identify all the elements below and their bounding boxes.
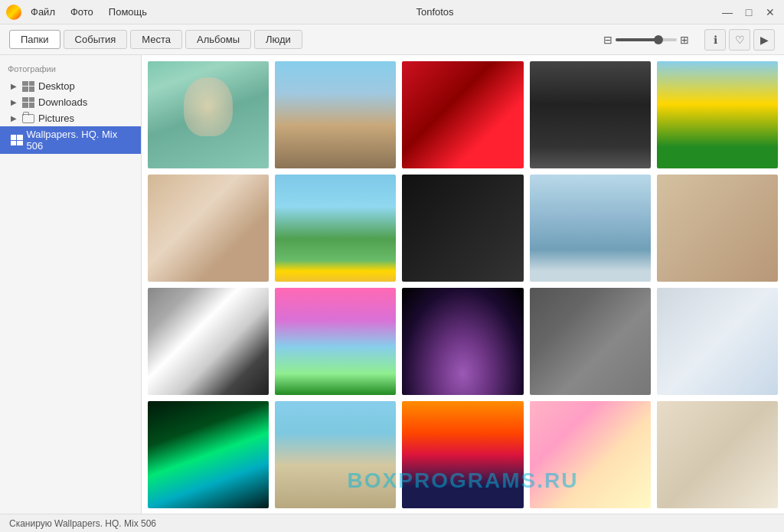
tab-events[interactable]: События: [64, 30, 128, 49]
photo-4[interactable]: [530, 61, 651, 168]
minimize-button[interactable]: —: [720, 5, 735, 20]
plain-folder-icon-pictures: [22, 114, 34, 123]
photo-row-4: BOXPROGRAMS.RU: [148, 401, 778, 508]
photo-1[interactable]: [148, 61, 269, 168]
expand-arrow-pictures: ▶: [11, 114, 17, 122]
photo-row-2: [148, 175, 778, 282]
photo-11[interactable]: [148, 288, 269, 395]
statusbar: Сканирую Wallpapers. HQ. Mix 506: [0, 514, 784, 532]
app-icon: [6, 5, 21, 20]
photo-14[interactable]: [530, 288, 651, 395]
photo-15[interactable]: [657, 288, 778, 395]
sidebar-item-desktop[interactable]: ▶ Desktop: [0, 78, 141, 94]
favorite-button[interactable]: ♡: [729, 29, 750, 51]
info-button[interactable]: ℹ: [704, 29, 726, 51]
photo-19[interactable]: [530, 401, 651, 508]
tab-albums[interactable]: Альбомы: [185, 30, 251, 49]
menu-help[interactable]: Помощь: [106, 5, 150, 19]
zoom-controls: ⊟ ⊞: [603, 34, 689, 46]
sidebar-label-downloads: Downloads: [38, 96, 87, 108]
photo-2[interactable]: [275, 61, 396, 168]
sidebar-label-wallpapers: Wallpapers. HQ. Mix 506: [27, 129, 134, 152]
photo-8[interactable]: [402, 175, 523, 282]
sidebar-label-desktop: Desktop: [38, 80, 75, 92]
photo-5[interactable]: [657, 61, 778, 168]
tab-people[interactable]: Люди: [254, 30, 302, 49]
photo-12[interactable]: [275, 288, 396, 395]
photo-20[interactable]: [657, 401, 778, 508]
app-title: Tonfotos: [150, 6, 720, 18]
window-controls: — □ ✕: [720, 5, 778, 20]
photo-9[interactable]: [530, 175, 651, 282]
expand-arrow-desktop: ▶: [11, 82, 17, 90]
main-layout: Фотографии ▶ Desktop ▶ Downloads ▶ Pictu…: [0, 55, 784, 514]
photo-10[interactable]: [657, 175, 778, 282]
photo-3[interactable]: [402, 61, 523, 168]
sidebar-label-pictures: Pictures: [38, 113, 74, 124]
sidebar: Фотографии ▶ Desktop ▶ Downloads ▶ Pictu…: [0, 55, 142, 514]
sidebar-item-downloads[interactable]: ▶ Downloads: [0, 94, 141, 110]
maximize-button[interactable]: □: [741, 5, 756, 20]
toolbar: Папки События Места Альбомы Люди ⊟ ⊞ ℹ ♡…: [0, 24, 784, 55]
photo-row-3: [148, 288, 778, 395]
photo-13[interactable]: [402, 288, 523, 395]
photo-grid: BOXPROGRAMS.RU: [142, 55, 784, 514]
photo-6[interactable]: [148, 175, 269, 282]
grid-folder-icon-downloads: [22, 97, 34, 108]
expand-arrow-downloads: ▶: [11, 98, 17, 106]
sidebar-section-label: Фотографии: [0, 61, 141, 78]
grid-folder-icon-wallpapers: [11, 135, 23, 145]
photo-17[interactable]: [275, 401, 396, 508]
zoom-in-icon: ⊞: [680, 34, 689, 46]
photo-7[interactable]: [275, 175, 396, 282]
close-button[interactable]: ✕: [763, 5, 778, 20]
status-text: Сканирую Wallpapers. HQ. Mix 506: [9, 518, 156, 529]
zoom-slider[interactable]: [616, 38, 677, 41]
tab-folders[interactable]: Папки: [9, 30, 60, 49]
photo-18[interactable]: [402, 401, 523, 508]
sidebar-item-pictures[interactable]: ▶ Pictures: [0, 110, 141, 126]
photo-16[interactable]: [148, 401, 269, 508]
grid-folder-icon-desktop: [22, 81, 34, 92]
sidebar-item-wallpapers[interactable]: Wallpapers. HQ. Mix 506: [0, 126, 141, 154]
slideshow-button[interactable]: ▶: [753, 29, 775, 51]
zoom-out-icon: ⊟: [603, 34, 612, 46]
toolbar-right-buttons: ℹ ♡ ▶: [704, 29, 775, 51]
menu-bar: Файл Фото Помощь: [28, 5, 150, 19]
tab-places[interactable]: Места: [130, 30, 182, 49]
menu-photo[interactable]: Фото: [67, 5, 96, 19]
titlebar: Файл Фото Помощь Tonfotos — □ ✕: [0, 0, 784, 24]
photo-row-1: [148, 61, 778, 168]
menu-file[interactable]: Файл: [28, 5, 58, 19]
